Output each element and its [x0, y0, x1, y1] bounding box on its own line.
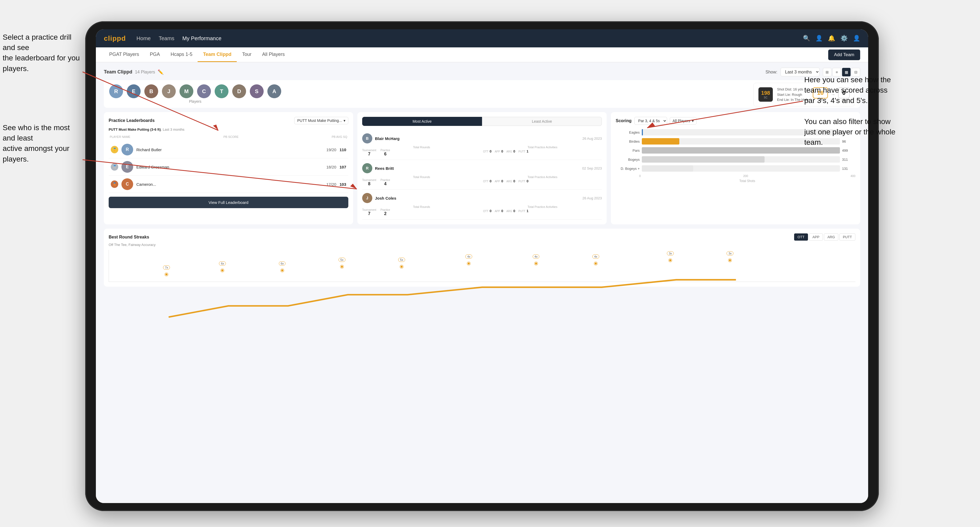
start-lie-label: Start Lie: Rough	[777, 92, 808, 97]
nav-home[interactable]: Home	[137, 35, 151, 41]
subnav-hcaps[interactable]: Hcaps 1-5	[165, 48, 197, 62]
streaks-filter-group: OTT APP ARG PUTT	[794, 233, 855, 241]
add-team-button[interactable]: Add Team	[828, 49, 860, 60]
leaderboard-item-1[interactable]: 🥇 R Richard Butler 19/20 110	[109, 141, 348, 158]
show-label: Show:	[765, 70, 777, 75]
streaks-subtitle: Off The Tee, Fairway Accuracy	[109, 243, 855, 247]
player-avatar-9[interactable]: S	[250, 84, 264, 98]
practice-label-2: Practice	[380, 179, 390, 181]
bar-value-bogeys: 311	[842, 157, 853, 162]
arg-col-1: ARG 0	[506, 149, 515, 154]
leaderboard-item-2[interactable]: 🥈 E Edward Crossman 18/20 107	[109, 158, 348, 176]
streak-dot-5: 5x	[400, 265, 403, 268]
player-avatar-8[interactable]: D	[232, 84, 246, 98]
subnav-pga[interactable]: PGA	[144, 48, 165, 62]
ott-value-2: 0	[490, 179, 492, 183]
end-lie-label: End Lie: In The Hole	[777, 97, 808, 103]
annotation-3: Here you can see how theteam have scored…	[804, 75, 895, 148]
subnav-tour[interactable]: Tour	[237, 48, 257, 62]
total-rounds-label-3: Total Rounds	[362, 205, 481, 208]
scoring-player-filter[interactable]: All Players ▾	[670, 117, 697, 125]
col-player: PLAYER NAME	[110, 135, 130, 138]
practice-col-1: Practice 6	[380, 149, 390, 157]
streak-app-btn[interactable]: APP	[809, 233, 823, 241]
drill-selector[interactable]: PUTT Must Make Putting... ▾	[294, 117, 348, 124]
rank-badge-2: 🥈	[111, 163, 118, 171]
least-active-tab[interactable]: Least Active	[482, 117, 602, 126]
player-avatar-10[interactable]: A	[267, 84, 281, 98]
nav-teams[interactable]: Teams	[159, 35, 174, 41]
player-avatar-2[interactable]: E	[127, 84, 141, 98]
activity-stats-2: Total Rounds Tournament 8 Practice 4	[362, 175, 602, 186]
lb-score-2: 18/20	[326, 165, 336, 169]
bar-row-pars: Pars 499	[618, 147, 853, 154]
bell-icon[interactable]: 🔔	[828, 35, 835, 42]
annotation-text-2: See who is the most and leastactive amon…	[3, 122, 83, 164]
streak-dot-1: 7x	[165, 273, 168, 276]
activity-header-1: B Blair McHarg 26 Aug 2023	[362, 133, 602, 143]
practice-col-3: Practice 2	[380, 208, 390, 216]
users-icon[interactable]: 👤	[815, 35, 822, 42]
most-active-tab[interactable]: Most Active	[362, 117, 482, 126]
putt-value-3: 1	[527, 209, 528, 213]
tablet-screen: clippd Home Teams My Performance 🔍 👤 🔔 ⚙…	[96, 29, 868, 503]
total-rounds-group-2: Total Rounds Tournament 8 Practice 4	[362, 175, 481, 186]
streak-label-8: 4x	[592, 254, 599, 259]
streak-ott-btn[interactable]: OTT	[794, 233, 808, 241]
app-col-2: APP 0	[495, 179, 503, 183]
streak-dot-8: 4x	[594, 262, 597, 265]
ott-label-2: OTT	[483, 180, 488, 183]
bar-row-bogeys: Bogeys 311	[618, 156, 853, 163]
streak-arg-btn[interactable]: ARG	[824, 233, 838, 241]
putt-col-1: PUTT 1	[519, 149, 529, 154]
practice-activities-group-3: Total Practice Activities OTT 0 APP 0	[483, 205, 602, 216]
lb-avatar-3: C	[121, 178, 133, 190]
leaderboard-item-3[interactable]: 🥉 C Cameron... 17/20 103	[109, 176, 348, 193]
total-practice-label-3: Total Practice Activities	[483, 205, 602, 208]
edit-team-icon[interactable]: ✏️	[158, 69, 164, 75]
player-count: 14 Players	[135, 70, 155, 75]
subnav-all-players[interactable]: All Players	[257, 48, 290, 62]
streak-putt-btn[interactable]: PUTT	[839, 233, 855, 241]
tournament-value-2: 8	[368, 181, 371, 186]
player-avatar-1[interactable]: R	[109, 84, 123, 98]
streak-dot-9: 3x	[669, 259, 672, 262]
bar-label-eagles: Eagles	[618, 130, 640, 135]
shot-dist-unit: SC	[764, 96, 767, 99]
settings-icon[interactable]: ⚙️	[840, 35, 848, 42]
lb-avatar-1: R	[121, 144, 133, 156]
streak-label-6: 4x	[466, 254, 473, 259]
user-avatar-icon[interactable]: 👤	[853, 35, 860, 42]
player-avatar-4[interactable]: J	[162, 84, 176, 98]
scoring-par-filter[interactable]: Par 3, 4 & 5s Par 3s Par 4s Par 5s	[634, 117, 667, 125]
app-value-2: 0	[501, 179, 503, 183]
streak-label-3: 6x	[279, 261, 286, 266]
rounds-values-1: Tournament 7 Practice 6	[362, 149, 481, 157]
subnav-pgat[interactable]: PGAT Players	[104, 48, 144, 62]
player-avatar-7[interactable]: T	[215, 84, 229, 98]
drill-full-name: PUTT Must Make Putting (3-6 ft)	[109, 127, 161, 132]
team-name: Team Clippd	[104, 69, 132, 75]
lb-name-1: Richard Butler	[136, 148, 323, 152]
bar-container-bogeys	[642, 156, 840, 163]
search-icon[interactable]: 🔍	[803, 35, 810, 42]
nav-my-performance[interactable]: My Performance	[182, 35, 221, 41]
total-practice-label-2: Total Practice Activities	[483, 175, 602, 179]
activity-name-2: Rees Britt	[375, 166, 579, 171]
subnav-team-clippd[interactable]: Team Clippd	[197, 48, 237, 62]
annotation-text-1: Select a practice drill and seethe leade…	[3, 32, 83, 74]
main-content: Team Clippd 14 Players ✏️ Show: Last 3 m…	[96, 62, 868, 503]
lb-score-3: 17/20	[326, 182, 336, 187]
ott-value-3: 0	[490, 209, 492, 213]
nav-icons: 🔍 👤 🔔 ⚙️ 👤	[803, 35, 860, 42]
view-full-leaderboard-button[interactable]: View Full Leaderboard	[109, 197, 348, 208]
player-avatar-5[interactable]: M	[180, 84, 193, 98]
rank-badge-1: 🥇	[111, 146, 118, 153]
lb-score-1: 19/20	[326, 148, 336, 152]
app-value-1: 0	[501, 149, 503, 153]
x-axis-200: 200	[743, 174, 748, 178]
ott-value-1: 0	[490, 149, 492, 153]
all-players-label: All Players	[673, 119, 690, 123]
player-avatar-6[interactable]: C	[197, 84, 211, 98]
player-avatar-3[interactable]: B	[144, 84, 158, 98]
